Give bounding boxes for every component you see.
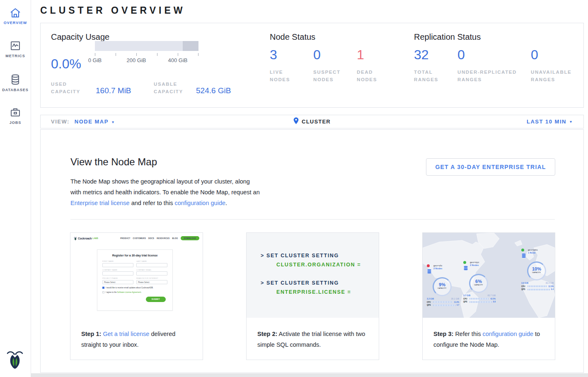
sidebar-item-jobs[interactable]: JOBS bbox=[0, 107, 31, 125]
mini-download-button: DOWNLOAD bbox=[181, 236, 199, 240]
step2-caption: Step 2: Activate the trial license with … bbox=[247, 318, 379, 350]
enterprise-trial-button[interactable]: GET A 30-DAY ENTERPRISE TRIAL bbox=[426, 158, 555, 176]
sidebar-item-label: DATABASES bbox=[0, 88, 31, 92]
metrics-icon bbox=[0, 41, 31, 51]
sidebar: OVERVIEW METRICS DATABASES bbox=[0, 0, 31, 377]
cluster-overview-page: OVERVIEW METRICS DATABASES bbox=[0, 0, 588, 377]
step2-code-preview: > SET CLUSTER SETTING CLUSTER.ORGANIZATI… bbox=[247, 233, 379, 318]
location-pin-icon bbox=[293, 117, 299, 126]
axis-tick-label: 400 GiB bbox=[168, 57, 188, 63]
sidebar-item-databases[interactable]: DATABASES bbox=[0, 74, 31, 92]
capacity-bar-reserved-segment bbox=[183, 41, 198, 51]
cockroach-logo bbox=[6, 348, 24, 371]
step1-preview-screenshot: CockroachLABS PRODUCT CUSTOMERS DOCS RES… bbox=[70, 233, 203, 318]
sidebar-item-metrics[interactable]: METRICS bbox=[0, 41, 31, 58]
step1-caption: Step 1: Get a trial license delivered st… bbox=[70, 318, 203, 350]
capacity-gauge: 10% CAPACITY bbox=[527, 261, 546, 280]
jobs-icon bbox=[0, 107, 31, 118]
axis-tick-label: 0 GiB bbox=[88, 57, 102, 63]
home-icon bbox=[0, 7, 31, 18]
node-status-title: Node Status bbox=[270, 32, 315, 42]
capacity-gauge: 9% CAPACITY bbox=[433, 277, 452, 296]
get-trial-license-link[interactable]: Get a trial license bbox=[103, 331, 149, 337]
used-capacity-value: 160.7 MiB bbox=[96, 86, 131, 95]
under-replicated-ranges-value: 0 bbox=[457, 47, 528, 63]
status-dot-healthy-icon bbox=[521, 249, 524, 251]
replication-status-title: Replication Status bbox=[414, 32, 481, 42]
node-map-heading: View the Node Map bbox=[70, 156, 157, 168]
mini-trial-form: Register for a 30-day trial license FIRS… bbox=[97, 249, 173, 311]
capacity-bar-chart bbox=[95, 41, 198, 51]
step3-card: geo=sfo 2 Nodes 9% CAPACITY 3.2 GiB 35.1… bbox=[422, 232, 555, 360]
nodes-cylinder-icon bbox=[427, 269, 432, 274]
capacity-axis-ticks bbox=[95, 53, 198, 56]
page-bottom-strip bbox=[31, 373, 588, 377]
locality-ams: geo=ams 1 Node 10% CAPACITY 3.6 GiB 36.4… bbox=[521, 249, 555, 290]
dead-nodes-stat: 1 DEADNODES bbox=[357, 47, 423, 83]
configuration-guide-link[interactable]: configuration guide bbox=[482, 331, 533, 337]
sidebar-item-overview[interactable]: OVERVIEW bbox=[0, 7, 31, 25]
capacity-percent: 0.0% bbox=[51, 56, 81, 72]
node-map-panel: View the Node Map The Node Map shows the… bbox=[40, 129, 584, 373]
summary-card: Capacity Usage 0.0% 0 GiB 200 GiB 400 Gi… bbox=[40, 23, 584, 108]
breadcrumb-cluster: CLUSTER bbox=[302, 118, 331, 125]
locality-sfo: geo=sfo 2 Nodes 9% CAPACITY 3.2 GiB 35.1… bbox=[427, 264, 462, 306]
mini-cockroach-logo: CockroachLABS bbox=[74, 236, 98, 241]
sidebar-item-label: OVERVIEW bbox=[0, 21, 31, 25]
node-map-description: The Node Map shows the geographical layo… bbox=[70, 176, 261, 208]
usable-capacity-value: 524.6 GiB bbox=[196, 86, 231, 95]
chevron-down-icon: ▾ bbox=[570, 119, 572, 124]
dead-nodes-value: 1 bbox=[357, 47, 423, 63]
time-range-selector[interactable]: LAST 10 MIN▾ bbox=[527, 118, 572, 125]
step3-caption: Step 3: Refer this configuration guide t… bbox=[423, 318, 555, 350]
used-capacity-label: USEDCAPACITY bbox=[51, 80, 80, 95]
section-divider bbox=[70, 219, 555, 220]
configuration-guide-link[interactable]: configuration guide bbox=[174, 200, 225, 206]
sidebar-item-label: METRICS bbox=[0, 54, 31, 58]
nodes-cylinder-icon bbox=[463, 266, 468, 271]
nodes-cylinder-icon bbox=[521, 253, 526, 258]
usable-capacity-label: USABLECAPACITY bbox=[154, 80, 183, 95]
step2-card: > SET CLUSTER SETTING CLUSTER.ORGANIZATI… bbox=[246, 232, 379, 360]
sidebar-item-label: JOBS bbox=[0, 121, 31, 125]
page-title: CLUSTER OVERVIEW bbox=[40, 5, 186, 16]
enterprise-trial-license-link[interactable]: Enterprise trial license bbox=[70, 200, 130, 206]
step3-nodemap-preview: geo=sfo 2 Nodes 9% CAPACITY 3.2 GiB 35.1… bbox=[423, 233, 555, 318]
under-replicated-ranges-stat: 0 UNDER-REPLICATEDRANGES bbox=[457, 47, 528, 83]
capacity-usage-title: Capacity Usage bbox=[51, 32, 109, 42]
unavailable-ranges-stat: 0 UNAVAILABLERANGES bbox=[531, 47, 588, 83]
view-bar: VIEW: NODE MAP▾ CLUSTER LAST 10 MIN▾ bbox=[40, 115, 584, 128]
step1-card: CockroachLABS PRODUCT CUSTOMERS DOCS RES… bbox=[70, 232, 203, 360]
capacity-gauge: 6% CAPACITY bbox=[469, 274, 488, 293]
status-dot-healthy-icon bbox=[463, 261, 466, 264]
locality-nyc: geo=nyc 2 Nodes 6% CAPACITY 3.7 GiB 65.7… bbox=[463, 261, 498, 303]
unavailable-ranges-value: 0 bbox=[531, 47, 588, 63]
databases-icon bbox=[0, 74, 31, 85]
axis-tick-label: 200 GiB bbox=[127, 57, 146, 63]
mini-submit-button: SUBMIT bbox=[146, 297, 166, 302]
status-dot-dead-icon bbox=[427, 264, 430, 267]
capacity-bar-usable-segment bbox=[95, 41, 183, 51]
mini-site-nav: PRODUCT CUSTOMERS DOCS RESOURCES BLOG DO… bbox=[120, 236, 199, 240]
